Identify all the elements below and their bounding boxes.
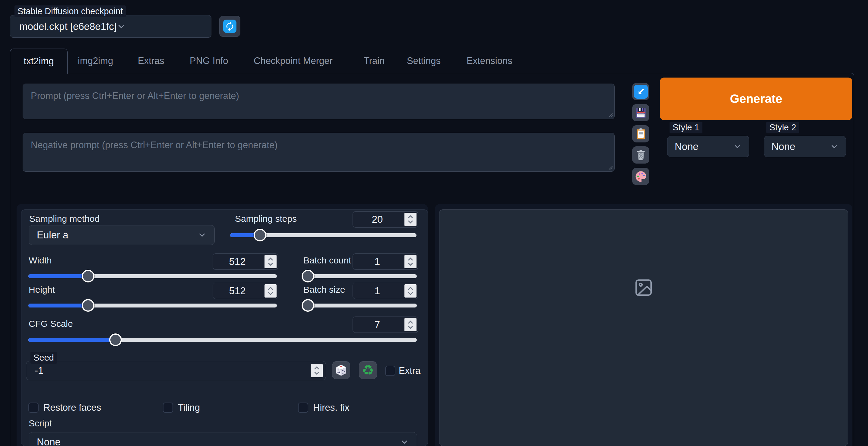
tab-checkpoint-merger[interactable]: Checkpoint Merger [254,49,333,73]
hires-fix-label[interactable]: Hires. fix [313,402,349,413]
style1-select[interactable]: None [667,136,749,157]
chevron-down-icon [830,143,838,151]
arrow-down-left-icon [634,85,648,99]
tab-train[interactable]: Train [364,49,384,73]
game-die-icon [335,364,348,377]
seed-input[interactable]: -1 [26,361,326,380]
batch-count-input[interactable]: 1 [352,254,418,270]
tiling-checkbox[interactable] [163,403,173,413]
slider-thumb[interactable] [109,333,122,346]
paste-generation-params-button[interactable] [632,83,649,100]
sampling-steps-label: Sampling steps [235,214,297,224]
checkpoint-label: Stable Diffusion checkpoint [14,5,126,17]
number-spinner[interactable] [404,213,416,226]
refresh-icon [223,20,237,33]
resize-handle-icon[interactable] [607,111,613,118]
slider-thumb[interactable] [302,270,314,283]
chevron-down-icon [733,143,742,151]
recycle-icon: ♻ [362,363,374,377]
number-spinner[interactable] [311,364,323,377]
cfg-scale-label: CFG Scale [29,319,73,329]
width-label: Width [29,255,52,266]
sampling-method-label: Sampling method [29,214,99,224]
batch-size-input[interactable]: 1 [352,283,418,299]
floppy-disk-icon [634,107,647,119]
width-slider[interactable] [28,274,277,278]
extra-seed-label[interactable]: Extra [399,365,421,376]
tab-bar: txt2img img2img Extras PNG Info Checkpoi… [0,49,868,73]
artist-palette-icon [634,170,647,183]
batch-size-slider[interactable] [302,303,417,307]
script-label: Script [29,418,52,428]
number-spinner[interactable] [265,255,277,268]
height-input[interactable]: 512 [213,283,278,299]
apply-style-button[interactable] [632,125,649,143]
negative-prompt-box [23,133,615,172]
restore-faces-checkbox[interactable] [28,403,39,413]
save-style-button[interactable] [632,104,649,121]
batch-count-label: Batch count [303,255,351,266]
chevron-down-icon [400,438,409,446]
generate-button[interactable]: Generate [660,78,852,120]
negative-prompt-input[interactable] [23,133,614,171]
height-slider[interactable] [28,303,277,307]
clear-prompt-button[interactable] [632,146,649,163]
tab-extensions[interactable]: Extensions [467,49,513,73]
reuse-seed-button[interactable]: ♻ [359,361,377,379]
batch-size-label: Batch size [303,285,345,295]
checkpoint-select[interactable]: model.ckpt [e6e8e1fc] [10,15,211,38]
tab-extras[interactable]: Extras [138,49,164,73]
seed-label: Seed [30,352,57,364]
image-placeholder-icon [634,278,654,298]
stable-diffusion-webui: model.ckpt [e6e8e1fc] Stable Diffusion c… [0,0,868,446]
number-spinner[interactable] [404,318,416,331]
number-spinner[interactable] [404,255,416,268]
tab-img2img[interactable]: img2img [78,49,113,73]
chevron-down-icon [117,22,126,31]
sampling-steps-input[interactable]: 20 [352,211,418,228]
script-select[interactable]: None [29,432,417,446]
slider-thumb[interactable] [302,299,314,312]
sampling-steps-slider[interactable] [230,233,416,237]
style2-select[interactable]: None [764,136,846,157]
tab-txt2img[interactable]: txt2img [10,49,67,73]
tiling-label[interactable]: Tiling [178,402,200,413]
slider-thumb[interactable] [254,229,266,241]
wastebasket-icon [634,149,647,161]
clipboard-icon [634,128,647,140]
slider-thumb[interactable] [82,270,94,283]
number-spinner[interactable] [265,284,277,298]
extra-seed-checkbox[interactable] [385,366,395,376]
number-spinner[interactable] [404,284,416,298]
extra-networks-button[interactable] [632,168,649,185]
checkpoint-value: model.ckpt [e6e8e1fc] [19,21,117,32]
cfg-scale-input[interactable]: 7 [352,317,418,333]
sampling-method-select[interactable]: Euler a [29,225,215,245]
width-input[interactable]: 512 [213,254,278,270]
prompt-box [23,84,615,119]
resize-handle-icon[interactable] [607,163,613,170]
prompt-input[interactable] [23,84,614,119]
refresh-checkpoints-button[interactable] [219,16,240,37]
slider-thumb[interactable] [82,299,94,312]
cfg-scale-slider[interactable] [28,338,417,342]
random-seed-button[interactable] [332,361,350,379]
style2-label: Style 2 [766,122,799,133]
chevron-down-icon [197,231,207,240]
style1-label: Style 1 [670,122,703,133]
tab-settings[interactable]: Settings [407,49,441,73]
result-gallery [439,209,848,446]
batch-count-slider[interactable] [302,274,417,278]
hires-fix-checkbox[interactable] [298,403,308,413]
restore-faces-label[interactable]: Restore faces [43,402,101,413]
tab-png-info[interactable]: PNG Info [190,49,228,73]
height-label: Height [29,285,55,295]
